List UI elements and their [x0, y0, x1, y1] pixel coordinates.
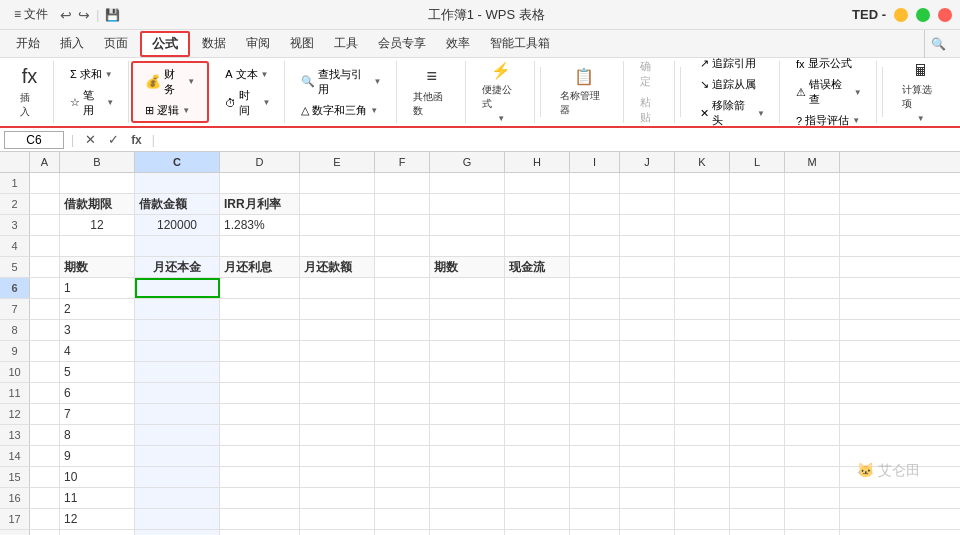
row-num-6[interactable]: 6 [0, 278, 30, 298]
cell-f3[interactable] [375, 215, 430, 235]
cell-b2[interactable]: 借款期限 [60, 194, 135, 214]
cell-b7[interactable]: 2 [60, 299, 135, 319]
cell-b16[interactable]: 11 [60, 488, 135, 508]
cell-c16[interactable] [135, 488, 220, 508]
cell-g4[interactable] [430, 236, 505, 256]
cell-l12[interactable] [730, 404, 785, 424]
cell-i3[interactable] [570, 215, 620, 235]
cell-m10[interactable] [785, 362, 840, 382]
cell-h5[interactable]: 现金流 [505, 257, 570, 277]
col-header-b[interactable]: B [60, 152, 135, 172]
formula-input[interactable] [161, 132, 956, 148]
cell-l16[interactable] [730, 488, 785, 508]
cell-k11[interactable] [675, 383, 730, 403]
cell-j16[interactable] [620, 488, 675, 508]
cell-c7[interactable] [135, 299, 220, 319]
cell-f15[interactable] [375, 467, 430, 487]
insert-function-button[interactable]: fx 插入 [12, 65, 47, 119]
cell-c15[interactable] [135, 467, 220, 487]
cell-l5[interactable] [730, 257, 785, 277]
cell-c18[interactable] [135, 530, 220, 535]
cell-i13[interactable] [570, 425, 620, 445]
cell-g6[interactable] [430, 278, 505, 298]
cell-a14[interactable] [30, 446, 60, 466]
cell-k13[interactable] [675, 425, 730, 445]
col-header-k[interactable]: K [675, 152, 730, 172]
col-header-h[interactable]: H [505, 152, 570, 172]
cell-i14[interactable] [570, 446, 620, 466]
cell-c5[interactable]: 月还本金 [135, 257, 220, 277]
cell-k1[interactable] [675, 173, 730, 193]
cell-i17[interactable] [570, 509, 620, 529]
cell-d8[interactable] [220, 320, 300, 340]
cell-l4[interactable] [730, 236, 785, 256]
redo-icon[interactable]: ↪ [78, 7, 90, 23]
cell-b14[interactable]: 9 [60, 446, 135, 466]
common-button[interactable]: ☆ 笔用 ▼ [66, 86, 118, 120]
cell-b4[interactable] [60, 236, 135, 256]
cell-e3[interactable] [300, 215, 375, 235]
cell-a6[interactable] [30, 278, 60, 298]
row-num-14[interactable]: 14 [0, 446, 30, 466]
cell-j9[interactable] [620, 341, 675, 361]
cell-g7[interactable] [430, 299, 505, 319]
col-header-a[interactable]: A [30, 152, 60, 172]
cell-d18[interactable] [220, 530, 300, 535]
cell-b9[interactable]: 4 [60, 341, 135, 361]
cell-c4[interactable] [135, 236, 220, 256]
math-dropdown[interactable]: ▼ [370, 106, 378, 115]
cell-a18[interactable] [30, 530, 60, 535]
cell-f11[interactable] [375, 383, 430, 403]
cell-a7[interactable] [30, 299, 60, 319]
show-formula-button[interactable]: fx 显示公式 [792, 54, 866, 73]
cell-e16[interactable] [300, 488, 375, 508]
trace-ref-button[interactable]: ↗ 追踪引用 [696, 54, 769, 73]
cell-d10[interactable] [220, 362, 300, 382]
cell-c10[interactable] [135, 362, 220, 382]
cell-b6[interactable]: 1 [60, 278, 135, 298]
text-button[interactable]: A 文本 ▼ [221, 65, 274, 84]
logic-button[interactable]: ⊞ 逻辑 ▼ [141, 101, 199, 120]
cell-k18[interactable] [675, 530, 730, 535]
fx-icon[interactable]: fx [127, 133, 146, 147]
menu-page[interactable]: 页面 [96, 32, 136, 55]
cell-b10[interactable]: 5 [60, 362, 135, 382]
cell-d9[interactable] [220, 341, 300, 361]
cell-d7[interactable] [220, 299, 300, 319]
cell-e10[interactable] [300, 362, 375, 382]
cell-a11[interactable] [30, 383, 60, 403]
cell-e9[interactable] [300, 341, 375, 361]
cell-h4[interactable] [505, 236, 570, 256]
menu-start[interactable]: 开始 [8, 32, 48, 55]
cell-j12[interactable] [620, 404, 675, 424]
cell-g16[interactable] [430, 488, 505, 508]
cell-g3[interactable] [430, 215, 505, 235]
cell-j14[interactable] [620, 446, 675, 466]
cell-c9[interactable] [135, 341, 220, 361]
cell-m18[interactable] [785, 530, 840, 535]
cell-e18[interactable] [300, 530, 375, 535]
cell-f2[interactable] [375, 194, 430, 214]
cell-a17[interactable] [30, 509, 60, 529]
cell-l14[interactable] [730, 446, 785, 466]
cell-a1[interactable] [30, 173, 60, 193]
text-dropdown[interactable]: ▼ [261, 70, 269, 79]
cell-k12[interactable] [675, 404, 730, 424]
cell-a13[interactable] [30, 425, 60, 445]
cell-m16[interactable] [785, 488, 840, 508]
cell-f7[interactable] [375, 299, 430, 319]
cell-k16[interactable] [675, 488, 730, 508]
cell-f4[interactable] [375, 236, 430, 256]
cell-m5[interactable] [785, 257, 840, 277]
cell-e17[interactable] [300, 509, 375, 529]
cell-d15[interactable] [220, 467, 300, 487]
cell-m6[interactable] [785, 278, 840, 298]
menu-smart[interactable]: 智能工具箱 [482, 32, 558, 55]
cell-i10[interactable] [570, 362, 620, 382]
cell-f14[interactable] [375, 446, 430, 466]
cell-c3[interactable]: 120000 [135, 215, 220, 235]
cell-i1[interactable] [570, 173, 620, 193]
cell-f18[interactable] [375, 530, 430, 535]
cell-b12[interactable]: 7 [60, 404, 135, 424]
cell-m3[interactable] [785, 215, 840, 235]
